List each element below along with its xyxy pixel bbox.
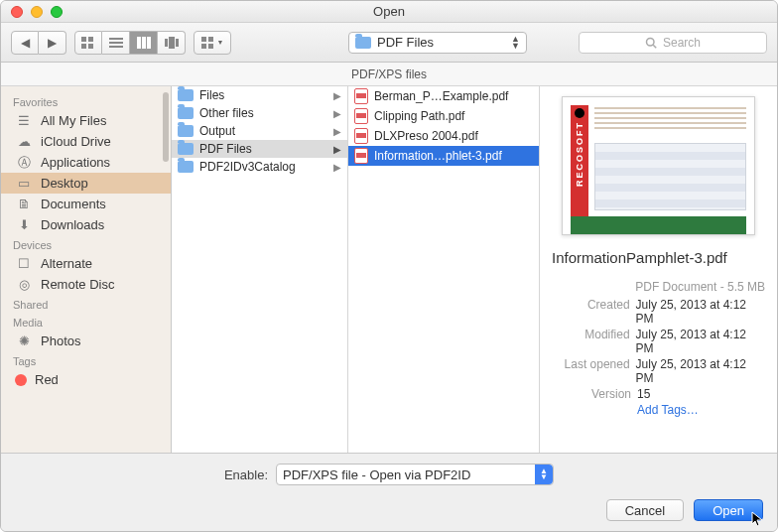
folder-item-selected[interactable]: PDF Files▶ <box>172 140 347 158</box>
sidebar-scrollbar[interactable] <box>163 92 169 162</box>
created-value: July 25, 2013 at 4:12 PM <box>636 298 765 326</box>
svg-line-18 <box>653 45 656 48</box>
column-view-button[interactable] <box>130 31 158 55</box>
cloud-icon: ☁ <box>15 135 33 149</box>
chevron-right-icon: ▶ <box>333 90 341 101</box>
version-label: Version <box>552 387 637 401</box>
file-item[interactable]: Berman_P…Example.pdf <box>348 86 539 106</box>
chevron-right-icon: ▶ <box>333 144 341 155</box>
arrange-button[interactable]: ▼ <box>194 31 231 55</box>
svg-point-17 <box>646 38 654 46</box>
modified-label: Modified <box>552 328 636 355</box>
back-button[interactable]: ◀ <box>11 31 39 55</box>
folder-icon <box>178 89 194 101</box>
column-2: Berman_P…Example.pdf Clipping Path.pdf D… <box>348 86 540 453</box>
chevron-right-icon: ▶ <box>333 108 341 119</box>
sidebar-section-shared: Shared <box>1 295 171 313</box>
sidebar-section-devices: Devices <box>1 235 171 253</box>
pdf-icon <box>354 88 368 104</box>
search-placeholder: Search <box>663 36 701 50</box>
lastopened-value: July 25, 2013 at 4:12 PM <box>636 357 765 385</box>
preview-pane: RECOSOFT InformationPamphlet-3.pdf PDF D… <box>540 86 777 453</box>
disc-icon: ◎ <box>15 278 33 292</box>
nav-buttons: ◀ ▶ <box>11 31 66 55</box>
sidebar-item-applications[interactable]: ⒶApplications <box>1 152 171 173</box>
column-1: Files▶ Other files▶ Output▶ PDF Files▶ P… <box>172 86 348 453</box>
enable-label: Enable: <box>224 467 268 482</box>
svg-rect-0 <box>81 37 86 42</box>
icon-view-button[interactable] <box>74 31 102 55</box>
pdf-icon <box>354 148 368 164</box>
sidebar-item-remote-disc[interactable]: ◎Remote Disc <box>1 274 171 295</box>
sidebar-item-desktop[interactable]: ▭Desktop <box>1 173 171 194</box>
add-tags-link[interactable]: Add Tags… <box>637 403 699 417</box>
documents-icon: 🗎 <box>15 198 33 211</box>
applications-icon: Ⓐ <box>15 156 33 170</box>
cursor-icon <box>751 511 765 529</box>
sidebar-item-tag-red[interactable]: Red <box>1 369 171 390</box>
sidebar-item-photos[interactable]: ✺Photos <box>1 331 171 351</box>
updown-icon: ▲▼ <box>511 36 520 50</box>
disk-icon: ☐ <box>15 257 33 271</box>
chevron-right-icon: ▶ <box>333 126 341 137</box>
svg-rect-13 <box>201 37 206 42</box>
modified-value: July 25, 2013 at 4:12 PM <box>636 328 765 355</box>
svg-rect-11 <box>169 37 175 49</box>
svg-rect-16 <box>208 44 213 49</box>
footer: Enable: PDF/XPS file - Open via PDF2ID ▲… <box>1 453 777 531</box>
folder-item[interactable]: Output▶ <box>172 122 347 140</box>
svg-rect-10 <box>165 39 168 47</box>
forward-button[interactable]: ▶ <box>39 31 66 55</box>
pdf-icon <box>354 128 368 144</box>
svg-rect-14 <box>208 37 213 42</box>
sidebar-section-media: Media <box>1 313 171 331</box>
subheader: PDF/XPS files <box>1 63 777 86</box>
updown-icon: ▲▼ <box>535 465 553 484</box>
sidebar-item-alternate[interactable]: ☐Alternate <box>1 253 171 274</box>
enable-popup[interactable]: PDF/XPS file - Open via PDF2ID ▲▼ <box>276 464 554 485</box>
sidebar: Favorites ☰All My Files ☁iCloud Drive ⒶA… <box>1 86 172 453</box>
folder-icon <box>178 161 194 173</box>
downloads-icon: ⬇ <box>15 218 33 232</box>
svg-rect-3 <box>88 44 93 49</box>
svg-rect-8 <box>142 37 146 49</box>
folder-icon <box>178 107 194 119</box>
cancel-button[interactable]: Cancel <box>606 499 684 521</box>
sidebar-item-documents[interactable]: 🗎Documents <box>1 194 171 214</box>
folder-item[interactable]: PDF2IDv3Catalog▶ <box>172 158 347 176</box>
svg-rect-6 <box>109 46 123 48</box>
pdf-icon <box>354 108 368 124</box>
folder-item[interactable]: Files▶ <box>172 86 347 104</box>
path-popup[interactable]: PDF Files ▲▼ <box>348 32 527 54</box>
svg-rect-5 <box>109 42 123 44</box>
titlebar: Open <box>1 1 777 23</box>
sidebar-item-icloud-drive[interactable]: ☁iCloud Drive <box>1 131 171 152</box>
chevron-right-icon: ▶ <box>333 162 341 173</box>
preview-thumbnail: RECOSOFT <box>562 96 755 235</box>
created-label: Created <box>552 298 636 326</box>
preview-filename: InformationPamphlet-3.pdf <box>552 249 765 266</box>
photos-icon: ✺ <box>15 334 33 348</box>
tag-dot-red <box>15 374 27 386</box>
search-field[interactable]: Search <box>579 32 767 54</box>
svg-rect-15 <box>201 44 206 49</box>
toolbar: ◀ ▶ ▼ PDF Files ▲▼ <box>1 23 777 63</box>
sidebar-item-downloads[interactable]: ⬇Downloads <box>1 214 171 235</box>
svg-rect-9 <box>147 37 151 49</box>
search-icon <box>645 37 657 49</box>
sidebar-item-all-my-files[interactable]: ☰All My Files <box>1 110 171 131</box>
file-item[interactable]: DLXPreso 2004.pdf <box>348 126 539 146</box>
window-title: Open <box>1 4 777 19</box>
enable-value: PDF/XPS file - Open via PDF2ID <box>283 467 470 482</box>
desktop-icon: ▭ <box>15 177 33 191</box>
sidebar-section-favorites: Favorites <box>1 92 171 110</box>
coverflow-view-button[interactable] <box>158 31 186 55</box>
lastopened-label: Last opened <box>552 357 636 385</box>
folder-item[interactable]: Other files▶ <box>172 104 347 122</box>
svg-rect-12 <box>176 39 179 47</box>
file-item-selected[interactable]: Information…phlet-3.pdf <box>348 146 539 166</box>
file-item[interactable]: Clipping Path.pdf <box>348 106 539 126</box>
view-mode-buttons <box>74 31 186 55</box>
svg-rect-1 <box>88 37 93 42</box>
list-view-button[interactable] <box>102 31 130 55</box>
